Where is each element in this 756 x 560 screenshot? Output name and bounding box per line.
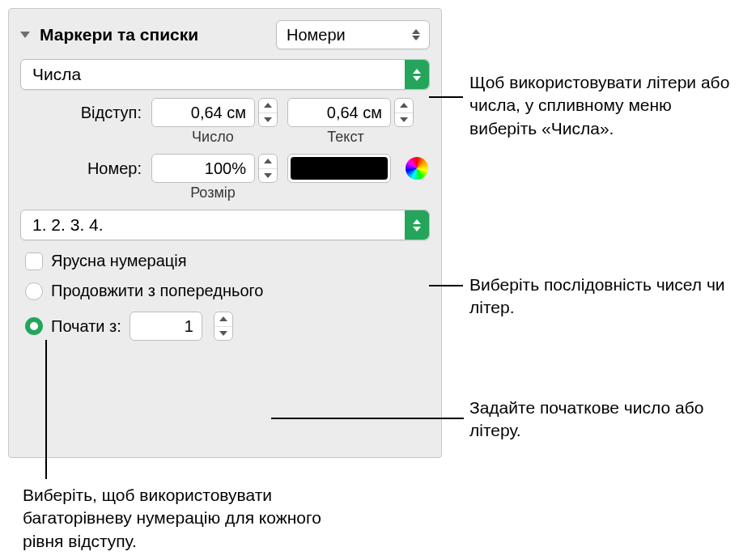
continue-from-previous-row: Продовжити з попереднього — [25, 282, 430, 300]
number-label: Номер: — [20, 159, 142, 178]
number-indent-sublabel: Число — [151, 129, 274, 146]
panel-header-label: Маркери та списки — [40, 25, 271, 45]
stepper-down-icon[interactable] — [214, 326, 232, 341]
number-color-well[interactable] — [287, 154, 391, 183]
number-type-popup-value: Числа — [32, 65, 81, 84]
number-size-stepper — [151, 154, 278, 183]
callout-tiered: Виберіть, щоб використовувати багаторівн… — [23, 484, 330, 553]
stepper-down-icon[interactable] — [395, 112, 413, 127]
stepper-up-icon[interactable] — [259, 99, 277, 112]
callout-numbers-popup: Щоб використовувати літери або числа, у … — [469, 71, 741, 140]
chevron-updown-icon — [405, 60, 429, 89]
text-indent-stepper-btns[interactable] — [394, 98, 414, 127]
number-indent-stepper — [151, 98, 278, 127]
color-swatch — [291, 157, 388, 180]
chevron-updown-icon — [408, 27, 424, 43]
continue-radio[interactable] — [25, 282, 43, 300]
panel-header-row: Маркери та списки Номери — [20, 20, 430, 49]
number-size-stepper-btns[interactable] — [258, 154, 278, 183]
number-type-popup[interactable]: Числа — [20, 59, 430, 90]
start-from-row: Почати з: — [25, 312, 430, 341]
indent-sublabels: Число Текст — [151, 129, 430, 146]
number-indent-stepper-btns[interactable] — [258, 98, 278, 127]
bullets-lists-panel: Маркери та списки Номери Числа Відступ: — [8, 8, 442, 458]
text-indent-stepper — [287, 98, 414, 127]
callout-line — [429, 285, 463, 286]
start-from-input[interactable] — [130, 312, 202, 341]
stepper-down-icon[interactable] — [259, 112, 277, 127]
callout-line — [45, 340, 47, 479]
stepper-down-icon[interactable] — [259, 168, 277, 183]
chevron-updown-icon — [405, 210, 429, 240]
tiered-numbers-checkbox[interactable] — [25, 252, 43, 270]
stepper-up-icon[interactable] — [395, 99, 413, 112]
callout-start-number: Задайте початкове число або літеру. — [469, 397, 741, 443]
callout-sequence: Виберіть послідовність чисел чи літер. — [469, 274, 741, 320]
color-wheel-icon[interactable] — [406, 157, 428, 180]
number-indent-input[interactable] — [151, 98, 255, 127]
list-style-popup[interactable]: Номери — [276, 20, 430, 49]
size-sublabel: Розмір — [151, 185, 274, 202]
text-indent-sublabel: Текст — [284, 129, 407, 146]
text-indent-input[interactable] — [287, 98, 391, 127]
callout-line — [429, 96, 463, 98]
indent-row: Відступ: — [20, 98, 430, 127]
disclosure-triangle-icon[interactable] — [20, 32, 30, 38]
start-from-label: Почати з: — [51, 317, 121, 336]
tiered-numbers-label: Ярусна нумерація — [51, 252, 187, 270]
stepper-up-icon[interactable] — [259, 155, 277, 168]
sequence-popup-value: 1. 2. 3. 4. — [32, 215, 104, 235]
continue-radio-label: Продовжити з попереднього — [51, 282, 264, 300]
tiered-numbers-row: Ярусна нумерація — [25, 252, 430, 270]
sequence-popup[interactable]: 1. 2. 3. 4. — [20, 210, 430, 240]
stepper-up-icon[interactable] — [214, 312, 232, 326]
start-from-radio[interactable] — [25, 317, 43, 335]
indent-label: Відступ: — [20, 104, 142, 122]
number-row: Номер: — [20, 154, 430, 183]
number-size-input[interactable] — [151, 154, 255, 183]
indent-block: Відступ: Число Текст — [20, 98, 430, 146]
start-from-stepper-btns[interactable] — [214, 312, 233, 341]
callout-line — [271, 418, 464, 419]
list-style-popup-value: Номери — [287, 26, 346, 45]
